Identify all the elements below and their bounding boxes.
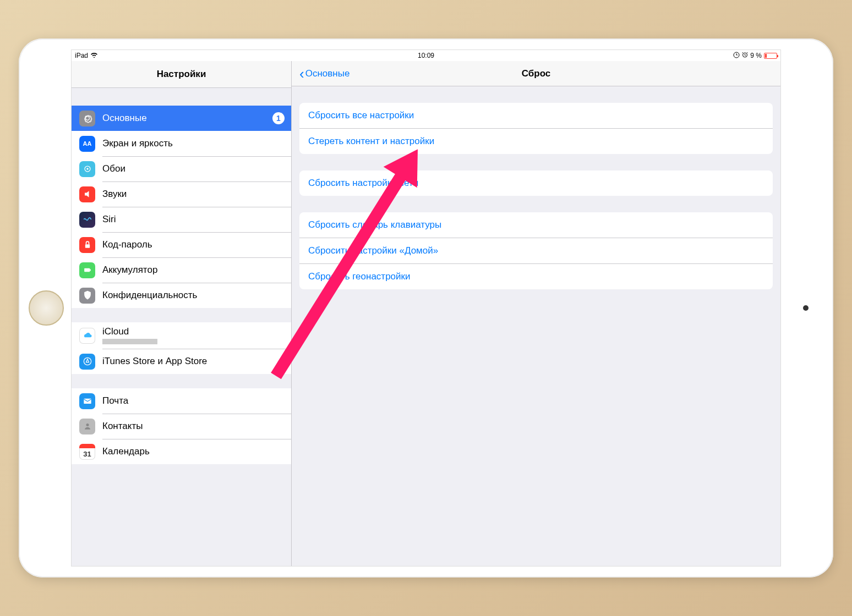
svg-point-3 [86, 168, 88, 169]
sidebar-item-label: Основные [102, 113, 272, 124]
sidebar-title: Настройки [72, 61, 291, 88]
sidebar-item-siri[interactable]: Siri [72, 207, 291, 232]
gear-icon [79, 111, 95, 127]
sidebar-item-label: iCloud [102, 326, 285, 337]
sidebar-item-gear[interactable]: Основные1 [72, 106, 291, 131]
sound-icon [79, 186, 95, 202]
siri-icon [79, 212, 95, 228]
sidebar-item-label: Конфиденциальность [102, 290, 285, 301]
sidebar-item-privacy[interactable]: Конфиденциальность [72, 283, 291, 308]
screen: iPad 10:09 9 % Настройки Основные1A [71, 50, 781, 566]
display-icon: AA [79, 136, 95, 152]
calendar-icon: 31 [79, 444, 95, 460]
sidebar-item-label: Контакты [102, 421, 285, 432]
icloud-icon [79, 328, 95, 344]
wallpaper-icon [79, 161, 95, 177]
detail-pane: ‹ Основные Сброс Сбросить все настройкиС… [292, 61, 780, 566]
sidebar-item-passcode[interactable]: Код-пароль [72, 232, 291, 257]
privacy-icon [79, 288, 95, 304]
sidebar-item-label: iTunes Store и App Store [102, 356, 285, 367]
back-button[interactable]: ‹ Основные [299, 67, 349, 81]
mail-icon [79, 393, 95, 409]
status-bar: iPad 10:09 9 % [72, 50, 780, 61]
appstore-icon [79, 354, 95, 370]
sidebar-item-label: Звуки [102, 189, 285, 200]
back-label: Основные [305, 68, 350, 79]
reset-option[interactable]: Сбросить настройки «Домой» [299, 238, 773, 263]
wifi-icon [90, 52, 98, 59]
sidebar-item-display[interactable]: AAЭкран и яркость [72, 131, 291, 156]
rotation-lock-icon [733, 52, 740, 60]
sidebar-item-label: Календарь [102, 446, 285, 457]
svg-rect-4 [85, 244, 89, 248]
sidebar-item-sound[interactable]: Звуки [72, 182, 291, 207]
battery-text: 9 % [750, 52, 762, 59]
sidebar-item-wallpaper[interactable]: Обои [72, 156, 291, 182]
sidebar-item-label: Siri [102, 214, 285, 225]
reset-option[interactable]: Сбросить геонастройки [299, 263, 773, 289]
sidebar-item-label: Обои [102, 163, 285, 174]
chevron-left-icon: ‹ [299, 67, 304, 81]
sidebar-item-contacts[interactable]: Контакты [72, 414, 291, 439]
sidebar-item-label: Аккумулятор [102, 265, 285, 276]
device-label: iPad [75, 52, 88, 59]
sidebar-item-mail[interactable]: Почта [72, 388, 291, 414]
sidebar-item-label: Почта [102, 395, 285, 406]
sidebar-item-label: Код-пароль [102, 239, 285, 250]
detail-header: ‹ Основные Сброс [292, 61, 780, 86]
sidebar-item-appstore[interactable]: iTunes Store и App Store [72, 349, 291, 374]
time: 10:09 [418, 52, 434, 59]
sidebar: Настройки Основные1AAЭкран и яркостьОбои… [72, 61, 292, 566]
svg-rect-5 [84, 268, 90, 272]
detail-title: Сброс [522, 68, 551, 79]
ipad-frame: iPad 10:09 9 % Настройки Основные1A [19, 38, 833, 578]
badge: 1 [272, 112, 285, 124]
passcode-icon [79, 237, 95, 253]
reset-option[interactable]: Сбросить словарь клавиатуры [299, 212, 773, 238]
reset-option[interactable]: Сбросить настройки сети [299, 170, 773, 196]
contacts-icon [79, 419, 95, 435]
camera [803, 305, 809, 311]
battery-icon [79, 262, 95, 278]
reset-option[interactable]: Сбросить все настройки [299, 103, 773, 128]
reset-option[interactable]: Стереть контент и настройки [299, 128, 773, 154]
account-email-masked [102, 337, 285, 345]
home-button[interactable] [29, 290, 64, 326]
svg-point-9 [86, 424, 89, 426]
sidebar-item-battery[interactable]: Аккумулятор [72, 257, 291, 283]
svg-rect-6 [90, 269, 91, 271]
alarm-icon [742, 52, 748, 59]
sidebar-item-icloud[interactable]: iCloud [72, 322, 291, 349]
sidebar-item-calendar[interactable]: 31Календарь [72, 439, 291, 464]
battery-icon [764, 53, 777, 59]
sidebar-item-label: Экран и яркость [102, 138, 285, 149]
